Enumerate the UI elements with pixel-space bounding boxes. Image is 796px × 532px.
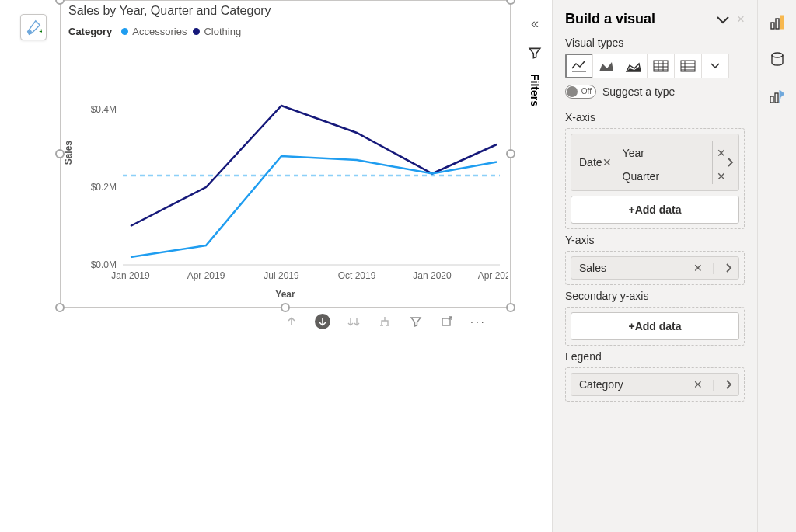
chart-visual[interactable]: Sales by Year, Quarter and Category Cate…	[60, 0, 511, 308]
visual-type-more-dropdown[interactable]	[701, 54, 729, 78]
legend-section-label: Legend	[565, 350, 745, 363]
remove-field-icon[interactable]: ✕	[717, 147, 726, 159]
chart-title: Sales by Year, Quarter and Category	[68, 4, 271, 18]
x-axis-chip-quarter[interactable]: Quarter ✕	[612, 167, 732, 186]
remove-field-icon[interactable]: ✕	[693, 378, 703, 391]
remove-field-icon[interactable]: ✕	[717, 170, 726, 183]
svg-rect-18	[780, 16, 784, 29]
legend-swatch-accessories	[121, 28, 128, 35]
resize-handle-br[interactable]	[506, 303, 515, 312]
secondary-y-add-data-button[interactable]: +Add data	[571, 312, 739, 340]
x-tick: Jan 2019	[111, 270, 150, 281]
filters-panel-label[interactable]: Filters	[529, 74, 541, 106]
field-menu-icon[interactable]	[726, 157, 734, 168]
build-visual-panel: Build a visual × Visual types	[552, 0, 757, 532]
visual-type-line[interactable]	[565, 54, 593, 78]
legend-label: Clothing	[204, 26, 241, 37]
suggest-type-label: Suggest a type	[602, 85, 675, 98]
x-axis-field-well[interactable]: Date ✕ Year ✕ Quarter ✕ +Add data	[565, 128, 745, 229]
legend-item-accessories[interactable]: Accessories	[121, 26, 187, 37]
x-tick: Oct 2019	[338, 270, 376, 281]
secondary-y-field-well[interactable]: +Add data	[565, 307, 745, 346]
x-tick: Jul 2019	[264, 270, 299, 281]
visual-type-picker	[565, 54, 745, 78]
collapse-panel-icon[interactable]: «	[531, 16, 539, 32]
drill-down-all-icon[interactable]	[346, 314, 361, 329]
paintbrush-icon: +	[25, 19, 42, 36]
y-tick: $0.0M	[91, 259, 117, 270]
svg-rect-21	[775, 93, 778, 103]
data-pane-icon[interactable]	[769, 14, 786, 31]
legend-title: Category	[68, 26, 112, 37]
drill-down-icon[interactable]	[315, 314, 330, 329]
chart-legend: Category Accessories Clothing	[68, 26, 241, 37]
resize-handle-bl[interactable]	[55, 303, 65, 312]
resize-handle-tl[interactable]	[55, 0, 65, 5]
model-pane-icon[interactable]	[769, 51, 786, 68]
y-axis-chip-sales[interactable]: Sales ✕ |	[571, 256, 739, 280]
filter-icon[interactable]	[408, 314, 424, 329]
drill-action-bar: ···	[284, 314, 487, 329]
legend-label: Accessories	[132, 26, 187, 37]
more-options-icon[interactable]: ···	[470, 315, 487, 328]
remove-field-icon[interactable]: ✕	[602, 156, 612, 169]
visual-type-table[interactable]	[647, 54, 675, 78]
svg-rect-17	[776, 19, 779, 29]
x-tick: Apr 2019	[187, 270, 225, 281]
y-axis-label: Sales	[63, 141, 74, 165]
secondary-y-section-label: Secondary y-axis	[565, 290, 745, 302]
x-tick: Apr 2020	[478, 270, 508, 281]
x-axis-label: Year	[61, 289, 510, 300]
expand-hierarchy-icon[interactable]	[377, 314, 393, 329]
legend-field-well[interactable]: Category ✕ |	[565, 367, 745, 402]
x-axis-chip-year[interactable]: Year ✕	[612, 144, 732, 162]
legend-item-clothing[interactable]: Clothing	[193, 26, 241, 37]
chart-plot: $0.4M $0.2M $0.0M Jan 2019 Apr 2019 Jul …	[76, 63, 508, 288]
x-axis-add-data-button[interactable]: +Add data	[571, 196, 739, 224]
visual-type-matrix[interactable]	[674, 54, 702, 78]
focus-mode-icon[interactable]	[439, 314, 455, 329]
resize-handle-tr[interactable]	[506, 0, 515, 5]
format-pane-icon[interactable]	[769, 89, 786, 106]
format-painter-button[interactable]: +	[20, 14, 47, 40]
remove-field-icon[interactable]: ✕	[693, 262, 703, 274]
x-tick: Jan 2020	[413, 270, 452, 281]
legend-swatch-clothing	[193, 28, 200, 35]
svg-rect-16	[771, 23, 774, 29]
svg-text:+: +	[39, 27, 42, 36]
visual-types-label: Visual types	[565, 37, 745, 49]
suggest-type-toggle[interactable]: Off	[565, 85, 596, 99]
right-rail	[757, 0, 796, 532]
drill-up-icon[interactable]	[284, 314, 299, 329]
svg-rect-20	[770, 96, 773, 103]
y-tick: $0.4M	[91, 104, 117, 115]
y-tick: $0.2M	[91, 182, 117, 193]
hierarchy-divider	[712, 141, 713, 184]
panel-close-icon[interactable]: ×	[737, 12, 745, 27]
resize-handle-mb[interactable]	[281, 303, 290, 312]
field-menu-icon[interactable]	[724, 263, 732, 273]
field-menu-icon[interactable]	[724, 379, 732, 390]
panel-title: Build a visual	[565, 11, 655, 27]
y-axis-field-well[interactable]: Sales ✕ |	[565, 251, 745, 285]
filters-panel-icon[interactable]	[528, 46, 542, 60]
x-axis-chip-date[interactable]: Date ✕ Year ✕ Quarter ✕	[571, 134, 739, 191]
svg-point-19	[772, 53, 783, 57]
panel-collapse-icon[interactable]	[717, 15, 729, 24]
x-axis-section-label: X-axis	[565, 111, 745, 123]
visual-type-area[interactable]	[592, 54, 620, 78]
legend-chip-category[interactable]: Category ✕ |	[571, 373, 739, 396]
y-axis-section-label: Y-axis	[565, 234, 745, 246]
visual-type-stacked-area[interactable]	[620, 54, 648, 78]
